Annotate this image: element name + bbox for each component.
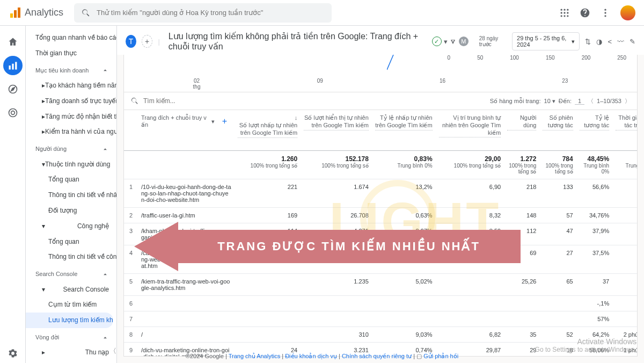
global-search[interactable] bbox=[74, 3, 332, 23]
sidebar-group-sc[interactable]: Search Console bbox=[26, 265, 116, 281]
sidebar-item-engagement[interactable]: ▸ Mức độ tương tác bbox=[26, 360, 116, 363]
svg-rect-0 bbox=[10, 13, 13, 18]
sidebar-item-leads[interactable]: ▸ Tạo khách hàng tiềm năng bbox=[26, 78, 116, 93]
svg-point-20 bbox=[11, 111, 14, 115]
svg-rect-17 bbox=[15, 62, 17, 69]
chart-line-segment bbox=[387, 55, 408, 71]
pagination: Số hàng mỗi trang: 10 ▾ Đến: 1 〈 1–10/35… bbox=[490, 97, 631, 105]
sidebar-item-audience[interactable]: Đối tượng bbox=[26, 203, 116, 219]
table-row[interactable]: 4/cach-do-luong-traffic-user-tren-trang-… bbox=[124, 245, 638, 274]
svg-point-19 bbox=[9, 109, 17, 117]
menu-dots-icon[interactable] bbox=[600, 8, 611, 18]
svg-rect-15 bbox=[9, 66, 10, 70]
page-footer: ©2024 Google | Trang chủ Analytics | Điề… bbox=[0, 353, 644, 360]
footer-link-feedback[interactable]: Gửi phản hồi bbox=[423, 353, 458, 359]
goto-page-input[interactable]: 1 bbox=[575, 98, 584, 105]
sidebar-item-techdetail[interactable]: Thông tin chi tiết về công ... bbox=[26, 249, 116, 265]
filter-icon[interactable]: ⛛ bbox=[450, 38, 457, 46]
m-badge-icon: M bbox=[459, 37, 469, 46]
page-prev-button[interactable]: 〈 bbox=[588, 97, 594, 105]
svg-point-4 bbox=[564, 9, 565, 10]
header-tools bbox=[559, 5, 635, 20]
table-row[interactable]: 6-,1%25 giây bbox=[124, 296, 638, 311]
brand-name: Analytics bbox=[25, 7, 63, 18]
svg-point-12 bbox=[604, 9, 606, 10]
svg-rect-2 bbox=[18, 8, 20, 18]
left-rail bbox=[0, 26, 26, 363]
sidebar-item-behavior[interactable]: ▸ Kiểm tra hành vi của người d... bbox=[26, 124, 116, 140]
svg-point-6 bbox=[561, 12, 562, 13]
trend-icon[interactable]: 〰 bbox=[617, 38, 624, 46]
chart-y-axis: 050100150200250 bbox=[124, 55, 637, 60]
footer-link-home[interactable]: Trang chủ Analytics bbox=[229, 353, 280, 359]
app-header: Analytics bbox=[0, 0, 644, 26]
sidebar-group-business[interactable]: Mục tiêu kinh doanh bbox=[26, 61, 116, 78]
analytics-logo-icon bbox=[9, 6, 21, 19]
compare-icon[interactable]: ⇅ bbox=[585, 38, 591, 46]
dimension-header[interactable]: Trang đích + chuỗi truy vấn bbox=[141, 114, 208, 128]
svg-point-8 bbox=[567, 12, 568, 13]
svg-point-10 bbox=[564, 15, 565, 17]
add-dimension-button[interactable]: + bbox=[218, 117, 231, 126]
table-row[interactable]: 8/3109,03%6,82355264,2%2 phút 25 giây bbox=[124, 327, 638, 343]
rows-per-page-select[interactable]: 10 ▾ bbox=[544, 98, 555, 105]
sidebar-group-lifecycle[interactable]: Vòng đời bbox=[26, 328, 116, 345]
share-icon[interactable]: < bbox=[608, 38, 612, 46]
sidebar-item-snapshot[interactable]: Tổng quan nhanh về báo cáo bbox=[26, 30, 116, 46]
table-row[interactable]: 757%33 giây bbox=[124, 311, 638, 327]
page-next-button[interactable]: 〉 bbox=[625, 97, 631, 105]
sidebar-item-sales[interactable]: ▸ Tăng doanh số trực tuyến bbox=[26, 93, 116, 109]
edit-icon[interactable]: ✎ bbox=[630, 38, 635, 46]
search-icon bbox=[130, 97, 139, 105]
table-row[interactable]: 2/traffic-user-la-gi.htm16926.7080,63%8,… bbox=[124, 208, 638, 223]
sidebar-item-overview1[interactable]: Tổng quan bbox=[26, 172, 116, 187]
sidebar-item-sc[interactable]: ▾ Search Console bbox=[26, 282, 116, 297]
sidebar-item-attributes[interactable]: ▾ Thuộc tính người dùng bbox=[26, 157, 116, 172]
svg-point-7 bbox=[564, 12, 565, 13]
sidebar-item-realtime[interactable]: Thời gian thực bbox=[26, 46, 116, 61]
apps-icon[interactable] bbox=[559, 8, 570, 18]
table-row[interactable]: 5/kiem-tra-traffic-trang-web-voi-google-… bbox=[124, 274, 638, 296]
tab-letter-button[interactable]: T bbox=[126, 35, 136, 48]
table-row[interactable]: 1/10-vi-du-keu-goi-hanh-dong-de-tang-so-… bbox=[124, 179, 638, 208]
totals-row: 1.260100% trong tổng số 152.178100% tron… bbox=[124, 151, 638, 179]
svg-point-9 bbox=[561, 15, 562, 17]
svg-point-13 bbox=[604, 12, 606, 13]
page-title: Lưu lượng tìm kiếm không phải trả tiền t… bbox=[169, 31, 425, 52]
data-table: LIGHT Trang đích + chuỗi truy vấn ▾ + ↓S… bbox=[123, 110, 638, 357]
sidebar-item-overview2[interactable]: Tổng quan bbox=[26, 234, 116, 250]
global-search-input[interactable] bbox=[97, 9, 325, 17]
rail-reports-icon[interactable] bbox=[3, 56, 23, 75]
chart-area: 050100150200250 02 thg091623 bbox=[123, 55, 638, 92]
insights-icon[interactable]: ◑ bbox=[596, 38, 602, 46]
footer-link-privacy[interactable]: Chính sách quyền riêng tư bbox=[342, 353, 412, 359]
table-search-input[interactable] bbox=[143, 97, 485, 105]
rail-ads-icon[interactable] bbox=[3, 103, 23, 122]
table-toolbar: Số hàng mỗi trang: 10 ▾ Đến: 1 〈 1–10/35… bbox=[123, 92, 638, 110]
chart-x-axis: 02 thg091623 bbox=[135, 78, 626, 90]
svg-point-11 bbox=[567, 15, 568, 17]
table-search[interactable] bbox=[130, 97, 485, 105]
sidebar-item-queries[interactable]: Cụm từ tìm kiếm bbox=[26, 297, 116, 313]
sidebar-item-awareness[interactable]: ▸ Tăng mức độ nhận biết thươn... bbox=[26, 109, 116, 125]
add-tab-button[interactable]: + bbox=[142, 35, 152, 48]
help-icon[interactable] bbox=[580, 8, 590, 18]
sidebar-group-user[interactable]: Người dùng bbox=[26, 140, 116, 156]
date-range-picker[interactable]: 29 thg 5 - 25 thg 6, 2024 ▾ bbox=[512, 32, 580, 50]
verified-icon: ✓ bbox=[432, 37, 442, 46]
svg-point-5 bbox=[567, 9, 568, 10]
rail-home-icon[interactable] bbox=[3, 32, 23, 52]
sidebar-item-demographics[interactable]: Thông tin chi tiết về nhân k... bbox=[26, 187, 116, 203]
date-prefix: 28 ngày trước bbox=[479, 35, 507, 47]
rail-explore-icon[interactable] bbox=[3, 79, 23, 99]
title-bar: T + | Lưu lượng tìm kiếm không phải trả … bbox=[117, 26, 644, 55]
main-content: T + | Lưu lượng tìm kiếm không phải trả … bbox=[117, 26, 644, 363]
sidebar-item-tech[interactable]: ▾ Công nghệ bbox=[26, 219, 116, 234]
chevron-down-icon[interactable]: ▾ bbox=[444, 38, 448, 46]
table-header-row: Trang đích + chuỗi truy vấn ▾ + ↓Số lượt… bbox=[124, 110, 638, 151]
footer-link-terms[interactable]: Điều khoản dịch vụ bbox=[285, 353, 337, 359]
sidebar-item-organic-traffic[interactable]: Lưu lượng tìm kiếm không ... bbox=[26, 313, 113, 328]
table-row[interactable]: 3/kham-pha-cac-loai-traffic-user-organic… bbox=[124, 223, 638, 245]
svg-rect-1 bbox=[14, 10, 17, 18]
user-avatar[interactable] bbox=[620, 5, 635, 20]
